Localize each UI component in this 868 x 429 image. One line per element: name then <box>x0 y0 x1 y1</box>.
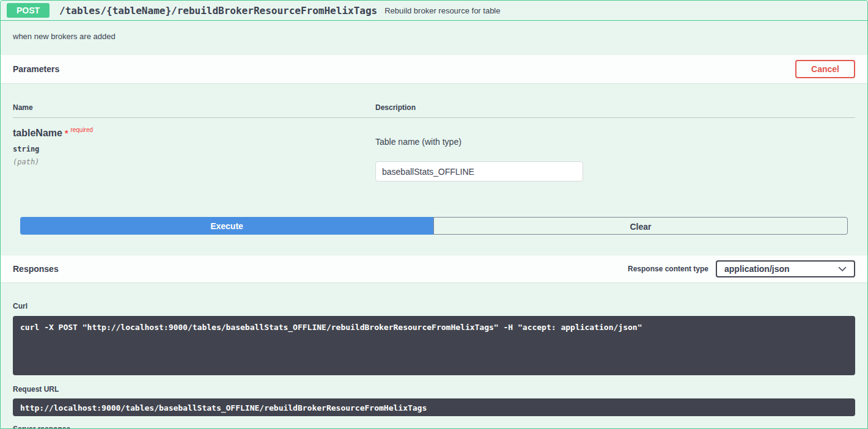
endpoint-path: /tables/{tableName}/rebuildBrokerResourc… <box>59 5 377 16</box>
endpoint-description: when new brokers are added <box>1 21 867 55</box>
responses-section-header: Responses Response content type applicat… <box>1 255 867 282</box>
curl-label: Curl <box>13 302 855 310</box>
response-content-type-value: application/json <box>724 264 790 274</box>
responses-body: Curl curl -X POST "http://localhost:9000… <box>1 302 867 429</box>
parameters-table-header: Name Description <box>13 83 855 118</box>
endpoint-summary-text: Rebuild broker resource for table <box>384 6 500 15</box>
required-label: required <box>70 127 93 133</box>
parameter-type: string <box>13 145 375 153</box>
responses-title: Responses <box>13 264 59 274</box>
parameter-description: Table name (with type) <box>375 128 855 147</box>
parameter-name-text: tableName <box>13 128 62 138</box>
table-name-input[interactable] <box>375 161 583 182</box>
parameters-body: Name Description tableName*required stri… <box>1 83 867 235</box>
execute-button[interactable]: Execute <box>20 217 433 235</box>
parameter-name-cell: tableName*required string (path) <box>13 128 375 182</box>
endpoint-summary-bar[interactable]: POST /tables/{tableName}/rebuildBrokerRe… <box>1 1 867 21</box>
parameter-location: (path) <box>13 158 375 166</box>
curl-command: curl -X POST "http://localhost:9000/tabl… <box>13 316 855 375</box>
parameter-description-cell: Table name (with type) <box>375 128 855 182</box>
request-url-label: Request URL <box>13 385 855 394</box>
clear-button[interactable]: Clear <box>433 217 848 235</box>
parameter-name: tableName*required <box>13 128 375 139</box>
operation-block-post: POST /tables/{tableName}/rebuildBrokerRe… <box>0 0 868 429</box>
response-content-type-wrap: Response content type application/json <box>628 260 855 277</box>
chevron-down-icon <box>838 266 847 272</box>
parameter-row: tableName*required string (path) Table n… <box>13 118 855 182</box>
column-header-description: Description <box>375 103 855 112</box>
required-asterisk: * <box>65 128 68 138</box>
parameters-title: Parameters <box>13 64 59 74</box>
response-content-type-select[interactable]: application/json <box>716 260 855 277</box>
response-content-type-label: Response content type <box>628 265 708 273</box>
cancel-button[interactable]: Cancel <box>795 60 855 78</box>
request-url-value: http://localhost:9000/tables/baseballSta… <box>13 398 855 416</box>
parameters-section-header: Parameters Cancel <box>1 55 867 83</box>
execute-button-group: Execute Clear <box>20 217 848 235</box>
http-method-badge: POST <box>7 3 50 18</box>
server-response-label: Server response <box>13 425 855 429</box>
column-header-name: Name <box>13 103 375 112</box>
